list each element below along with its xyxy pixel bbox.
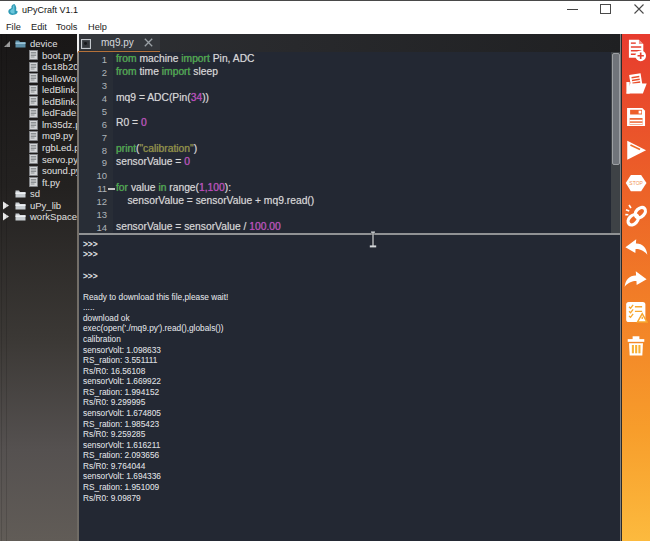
svg-text:STOP: STOP — [629, 180, 643, 186]
